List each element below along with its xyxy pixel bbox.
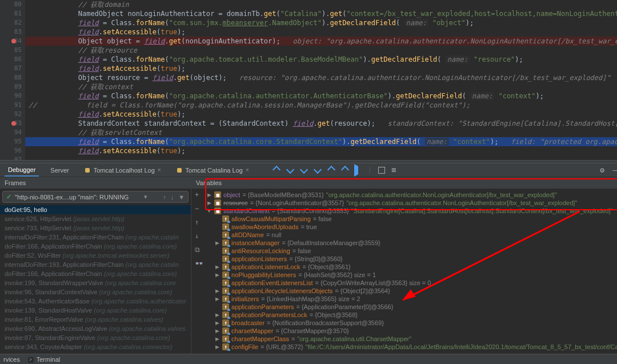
run-to-cursor-icon[interactable] — [354, 166, 362, 174]
thread-selector[interactable]: ✓ "http-nio-8081-ex…up "main": RUNNING ▾… — [2, 191, 189, 203]
variable-name: applicationLifecycleListenersObjects — [231, 287, 332, 294]
services-tab[interactable]: rvices — [3, 356, 20, 363]
expand-twisty-icon[interactable]: ▶ — [214, 328, 220, 334]
force-step-into-icon[interactable] — [313, 166, 321, 174]
prev-frame-icon[interactable]: ↑ — [163, 194, 166, 201]
variable-row[interactable]: ▶f instanceManager = {DefaultInstanceMan… — [205, 239, 617, 247]
expand-twisty-icon[interactable]: ▶ — [214, 240, 220, 246]
expand-twisty-icon[interactable]: ▶ — [214, 344, 220, 350]
step-over-icon[interactable] — [286, 166, 294, 174]
variable-value: "org.apache.catalina.authenticator.NonLo… — [346, 199, 577, 206]
variable-row[interactable]: ▶f initializers = {LinkedHashMap@3565} s… — [205, 295, 617, 303]
expand-twisty-icon[interactable]: ▶ — [214, 264, 220, 270]
variable-row[interactable]: f antiResourceLocking = false — [205, 247, 617, 255]
move-up-icon[interactable]: ↑ — [195, 218, 203, 226]
frame-row[interactable]: invoke:139, StandardHostValve (org.apach… — [0, 306, 191, 315]
variable-type-icon: f — [222, 327, 229, 334]
minimize-icon[interactable]: — — [612, 166, 617, 174]
variables-panel: Variables + − ↑ ↓ ⧉ 👓 ▶◼ object = {BaseM… — [191, 177, 617, 364]
show-execution-point-icon[interactable] — [272, 166, 280, 174]
terminal-icon — [28, 355, 34, 363]
expand-twisty-icon[interactable]: ▶ — [214, 288, 220, 294]
frame-row[interactable]: doFilter:52, WsFilter (org.apache.tomcat… — [0, 251, 191, 260]
variable-row[interactable]: ▶◼ object = {BaseModelMBean@3531} "org.a… — [205, 191, 617, 199]
frame-row[interactable]: doFilter:166, ApplicationFilterChain (or… — [0, 269, 191, 278]
frame-row[interactable]: internalDoFilter:231, ApplicationFilterC… — [0, 233, 191, 242]
frame-row[interactable]: doFilter:166, ApplicationFilterChain (or… — [0, 242, 191, 251]
frame-row[interactable]: invoke:96, StandardContextValve (org.apa… — [0, 287, 191, 297]
expand-twisty-icon[interactable]: ▶ — [214, 296, 220, 302]
variable-row[interactable]: ▶f charsetMapperClass = "org.apache.cata… — [205, 335, 617, 343]
add-watch-icon[interactable]: + — [195, 191, 203, 199]
expand-twisty-icon[interactable]: ▶ — [214, 312, 220, 318]
close-icon[interactable]: × — [158, 167, 161, 173]
tab-debugger[interactable]: Debugger — [5, 163, 39, 177]
breakpoint-icon[interactable] — [11, 39, 16, 43]
variable-row[interactable]: ▼◼ standardContext = {StandardContext@35… — [205, 207, 617, 215]
variable-row[interactable]: ▶f applicationLifecycleListenersObjects … — [205, 287, 617, 295]
variable-row[interactable]: f applicationListeners = {String[0]@3560… — [205, 255, 617, 263]
variable-type-info: = {Object@3561} — [302, 263, 350, 270]
expand-twisty-icon[interactable]: ▶ — [214, 272, 220, 278]
expand-twisty-icon[interactable]: ▶ — [206, 192, 212, 198]
trace-icon[interactable] — [391, 166, 399, 174]
variable-type-icon: ◼ — [214, 199, 221, 206]
variable-type-icon: f — [222, 255, 229, 262]
frame-row[interactable]: service:626, HttpServlet (javax.servlet.… — [0, 214, 191, 223]
variable-row[interactable]: ▶f broadcaster = {NotificationBroadcaste… — [205, 319, 617, 327]
editor-gutter[interactable]: 808182838485868788899091929394959697 — [0, 0, 25, 160]
variable-row[interactable]: ▶◼ resource = {NonLoginAuthenticator@355… — [205, 199, 617, 207]
editor-code[interactable]: // 获取domain NamedObject nonLoginAuthenti… — [25, 0, 617, 160]
frame-row[interactable]: invoke:543, AuthenticatorBase (org.apach… — [0, 297, 191, 306]
frame-row[interactable]: invoke:690, AbstractAccessLogValve (org.… — [0, 324, 191, 333]
variables-list[interactable]: ▶◼ object = {BaseModelMBean@3531} "org.a… — [191, 189, 617, 364]
expand-twisty-icon[interactable]: ▶ — [214, 320, 220, 326]
evaluate-expression-icon[interactable] — [378, 166, 386, 174]
variable-row[interactable]: f swallowAbortedUploads = true — [205, 223, 617, 231]
terminal-tab[interactable]: Terminal — [28, 355, 61, 363]
expand-twisty-icon[interactable]: ▶ — [206, 200, 212, 206]
variable-row[interactable]: f applicationEventListenersList = {CopyO… — [205, 279, 617, 287]
frames-list[interactable]: doGet:95, helloservice:626, HttpServlet … — [0, 205, 191, 364]
variable-row[interactable]: ▶f noPluggabilityListeners = {HashSet@35… — [205, 271, 617, 279]
expand-twisty-icon[interactable]: ▼ — [206, 208, 212, 214]
variable-type-icon: f — [222, 215, 229, 222]
variable-row[interactable]: f allowCasualMultipartParsing = false — [205, 215, 617, 223]
tab-tomcat-catalina[interactable]: Tomcat Catalina Log × — [173, 163, 253, 177]
variable-type-info: = {Object[2]@3564} — [335, 287, 390, 294]
tab-tomcat-localhost[interactable]: Tomcat Localhost Log × — [81, 163, 165, 177]
move-down-icon[interactable]: ↓ — [195, 232, 203, 240]
expand-twisty-icon[interactable]: ▶ — [214, 336, 220, 342]
variable-row[interactable]: ▶f applicationParametersLock = {Object@3… — [205, 311, 617, 319]
filter-frames-icon[interactable]: ▼ — [178, 194, 185, 201]
next-frame-icon[interactable]: ↓ — [171, 194, 174, 201]
frame-row[interactable]: internalDoFilter:193, ApplicationFilterC… — [0, 260, 191, 269]
variable-row[interactable]: ▶f configFile = {URL@3572} "file:/C:/Use… — [205, 343, 617, 351]
variable-row[interactable]: ▶f applicationListenersLock = {Object@35… — [205, 263, 617, 271]
debugger-tabbar: Debugger Server Tomcat Localhost Log × T… — [0, 163, 617, 177]
frame-row[interactable]: doGet:95, hello — [0, 205, 191, 214]
frame-row[interactable]: invoke:87, StandardEngineValve (org.apac… — [0, 333, 191, 342]
frame-row[interactable]: invoke:81, ErrorReportValve (org.apache.… — [0, 315, 191, 324]
variable-type-icon: f — [222, 311, 229, 318]
close-icon[interactable]: × — [246, 167, 249, 173]
variable-name: instanceManager — [231, 239, 279, 246]
settings-icon[interactable]: ⚙ — [600, 166, 604, 174]
variable-row[interactable]: ▶f charsetMapper = {CharsetMapper@3570} — [205, 327, 617, 335]
copy-icon[interactable]: ⧉ — [195, 246, 203, 254]
variables-title: Variables — [196, 179, 222, 186]
variable-row[interactable]: f altDDName = null — [205, 231, 617, 239]
variable-type-icon: f — [222, 303, 229, 310]
frame-row[interactable]: invoke:199, StandardWrapperValve (org.ap… — [0, 278, 191, 287]
frame-row[interactable]: service:343, CoyoteAdapter (org.apache.c… — [0, 342, 191, 351]
code-editor[interactable]: 808182838485868788899091929394959697 // … — [0, 0, 617, 160]
remove-watch-icon[interactable]: − — [195, 205, 203, 213]
variable-row[interactable]: f applicationParameters = {ApplicationPa… — [205, 303, 617, 311]
frame-row[interactable]: service:733, HttpServlet (javax.servlet.… — [0, 223, 191, 233]
step-into-icon[interactable] — [299, 166, 307, 174]
step-out-icon[interactable] — [327, 166, 335, 174]
glasses-icon[interactable]: 👓 — [195, 259, 203, 267]
breakpoint-icon[interactable] — [11, 121, 16, 126]
drop-frame-icon[interactable] — [340, 166, 348, 174]
tab-server[interactable]: Server — [47, 163, 72, 177]
